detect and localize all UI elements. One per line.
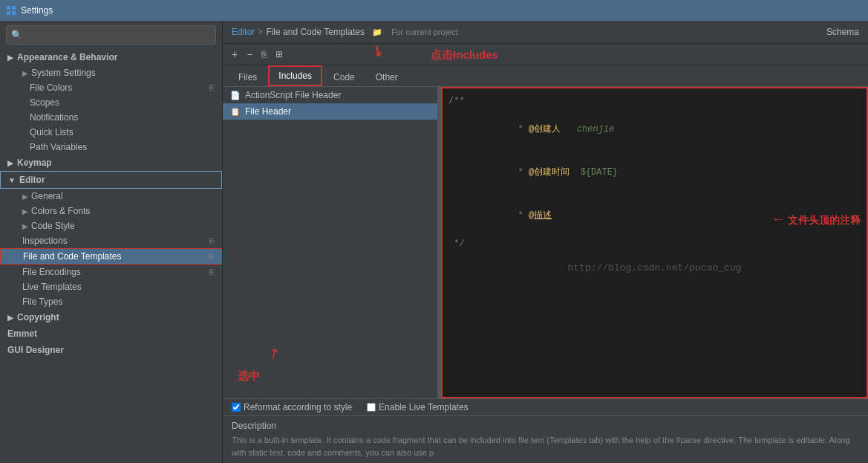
sidebar-section-gui-designer[interactable]: GUI Designer — [0, 342, 222, 358]
arrow-icon: ▶ — [22, 192, 28, 201]
main-container: 🔍 ▶ Appearance & Behavior ▶ System Setti… — [0, 21, 868, 463]
annotation-label-includes: 点击Includes — [431, 48, 498, 62]
live-templates-checkbox-item[interactable]: Enable Live Templates — [367, 402, 469, 412]
item-label: Colors & Fonts — [31, 206, 90, 216]
copy-button[interactable]: ⎘ — [258, 48, 270, 61]
sidebar-section-editor[interactable]: ▼ Editor — [0, 171, 222, 189]
file-item-label: ActionScript File Header — [245, 90, 341, 100]
code-tag-creator: @创建人 — [529, 124, 561, 135]
section-label: Appearance & Behavior — [17, 52, 117, 62]
sidebar-item-live-templates[interactable]: Live Templates — [0, 279, 222, 294]
code-line-5: */ — [448, 237, 861, 251]
sidebar: 🔍 ▶ Appearance & Behavior ▶ System Setti… — [0, 21, 223, 463]
bottom-bar: Reformat according to style Enable Live … — [223, 398, 868, 415]
file-header-annotation: ← 文件头顶的注释 — [771, 212, 861, 227]
sidebar-section-copyright[interactable]: ▶ Copyright — [0, 309, 222, 326]
breadcrumb-project: For current project — [391, 27, 458, 36]
expand-icon: ▼ — [8, 176, 16, 184]
copy-icon: ⎘ — [209, 252, 214, 261]
sidebar-item-file-colors[interactable]: File Colors ⎘ — [0, 80, 222, 95]
annotation-arrow: ➘ — [368, 40, 388, 62]
description-area: Description This is a built-in template.… — [223, 415, 868, 463]
arrow-icon: ▶ — [22, 222, 28, 230]
sidebar-item-file-code-templates[interactable]: File and Code Templates ⎘ — [0, 248, 222, 265]
comment-label: 文件头顶的注释 — [788, 214, 861, 226]
watermark-text: http://blog.csdn.net/pucao_cug — [567, 262, 741, 273]
svg-rect-3 — [12, 11, 16, 15]
code-value-creator: chenjie — [561, 124, 614, 135]
file-list: 📄 ActionScript File Header 📋 File Header… — [223, 87, 438, 398]
sidebar-item-path-variables[interactable]: Path Variables — [0, 140, 222, 155]
description-title: Description — [232, 421, 859, 431]
sidebar-item-quick-lists[interactable]: Quick Lists — [0, 125, 222, 140]
section-label: Keymap — [17, 158, 52, 168]
code-comment-4: * — [512, 210, 529, 221]
breadcrumb-sep: > — [258, 27, 263, 37]
sidebar-section-keymap[interactable]: ▶ Keymap — [0, 155, 222, 171]
item-label: Scopes — [30, 97, 59, 108]
schema-label: Schema — [826, 27, 859, 37]
sidebar-section-appearance[interactable]: ▶ Appearance & Behavior — [0, 49, 222, 65]
add-button[interactable]: + — [229, 47, 241, 62]
breadcrumb-project-icon: 📁 — [372, 27, 382, 37]
sidebar-section-emmet[interactable]: Emmet — [0, 326, 222, 342]
file-icon-fileheader: 📋 — [230, 107, 241, 117]
arrow-icon: ▶ — [22, 69, 28, 77]
tab-includes[interactable]: Includes — [268, 65, 322, 86]
item-label: File Colors — [30, 82, 72, 93]
item-label: Code Style — [31, 221, 75, 231]
sidebar-item-code-style[interactable]: ▶ Code Style — [0, 218, 222, 233]
sidebar-item-system-settings[interactable]: ▶ System Settings — [0, 65, 222, 80]
item-label: File Encodings — [22, 267, 81, 277]
live-templates-checkbox[interactable] — [367, 403, 376, 412]
tab-code[interactable]: Code — [324, 68, 365, 86]
reformat-checkbox-item[interactable]: Reformat according to style — [232, 402, 352, 412]
arrow-icon: ↗ — [264, 343, 284, 364]
selected-label: 选中 — [238, 369, 260, 382]
expand-icon: ▶ — [7, 54, 13, 62]
breadcrumb-bar: Editor > File and Code Templates 📁 For c… — [223, 21, 868, 44]
code-editor[interactable]: /** * @创建人 chenjie * @创建时间 ${DATE} * @描述… — [441, 87, 868, 398]
file-item-actionscript[interactable]: 📄 ActionScript File Header — [223, 87, 437, 103]
reformat-checkbox[interactable] — [232, 403, 241, 412]
search-icon: 🔍 — [11, 30, 22, 40]
search-box[interactable]: 🔍 — [6, 25, 216, 45]
copy-icon: ⎘ — [209, 236, 215, 245]
paste-button[interactable]: ⊞ — [273, 48, 286, 61]
svg-rect-0 — [7, 6, 10, 10]
item-label: Quick Lists — [30, 127, 74, 137]
tab-files[interactable]: Files — [229, 68, 267, 86]
tab-other[interactable]: Other — [366, 68, 408, 86]
svg-rect-1 — [12, 6, 16, 10]
item-label: Path Variables — [30, 142, 87, 152]
sidebar-item-notifications[interactable]: Notifications — [0, 110, 222, 125]
file-item-fileheader[interactable]: 📋 File Header — [223, 103, 437, 120]
search-input[interactable] — [25, 30, 211, 40]
svg-rect-2 — [7, 11, 10, 15]
file-item-label: File Header — [245, 106, 291, 117]
description-text: This is a built-in template. It contains… — [232, 434, 859, 459]
title-bar: Settings — [0, 0, 868, 21]
sidebar-item-general[interactable]: ▶ General — [0, 189, 222, 204]
content-area: Editor > File and Code Templates 📁 For c… — [223, 21, 868, 463]
sidebar-item-colors-fonts[interactable]: ▶ Colors & Fonts — [0, 204, 222, 218]
code-line-3: * @创建时间 ${DATE} — [448, 152, 861, 195]
app-icon — [6, 5, 16, 16]
code-line-2: * @创建人 chenjie — [448, 109, 861, 152]
remove-button[interactable]: − — [244, 47, 255, 62]
section-label: Copyright — [17, 312, 59, 323]
sidebar-item-file-encodings[interactable]: File Encodings ⎘ — [0, 265, 222, 279]
item-label: File Types — [22, 297, 62, 307]
sidebar-item-file-types[interactable]: File Types — [0, 294, 222, 309]
copy-icon: ⎘ — [209, 268, 215, 276]
item-label: System Settings — [31, 68, 96, 78]
sidebar-item-inspections[interactable]: Inspections ⎘ — [0, 233, 222, 248]
code-line-1: /** — [448, 94, 861, 109]
section-label: Editor — [19, 175, 45, 185]
reformat-label: Reformat according to style — [244, 402, 352, 412]
sidebar-item-scopes[interactable]: Scopes — [0, 95, 222, 110]
expand-icon: ▶ — [7, 314, 13, 322]
code-tag-desc: @描述 — [529, 210, 552, 221]
tabs-bar: Files Includes Code Other — [223, 65, 868, 87]
copy-icon: ⎘ — [209, 83, 215, 92]
